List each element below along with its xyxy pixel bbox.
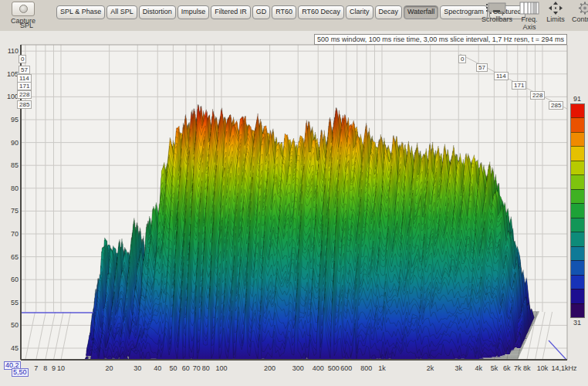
x-tick-100: 100 [215, 364, 227, 372]
freq-axis-min-readout[interactable]: 5,50 [12, 368, 29, 377]
x-tick-10k: 10k [537, 364, 549, 372]
scrollbars-icon [482, 2, 512, 15]
tool-freq-axis[interactable]: Freq. Axis [519, 2, 539, 31]
y-tick-60: 60 [11, 276, 19, 283]
gear-icon [572, 2, 588, 15]
colorbar-segment [571, 104, 584, 117]
x-tick-200: 200 [264, 364, 275, 372]
limits-icon [546, 2, 565, 15]
colorbar-segment [571, 146, 584, 160]
tab-all-spl[interactable]: All SPL [106, 5, 137, 19]
x-tick-5k: 5k [491, 364, 498, 372]
tab-decay[interactable]: Decay [375, 5, 403, 19]
colorbar-segment [571, 117, 584, 131]
x-tick-50: 50 [169, 364, 177, 372]
x-tick-9: 9 [52, 364, 56, 372]
colorbar-segment [571, 289, 584, 303]
colorbar-min-label: 31 [569, 319, 585, 327]
y-tick-75: 75 [11, 207, 19, 215]
colorbar-segment [571, 246, 584, 260]
colorbar-segment [571, 189, 584, 203]
x-tick-14,1kHz: 14,1kHz [551, 364, 577, 372]
tab-distortion[interactable]: Distortion [139, 5, 176, 19]
x-tick-1k: 1k [378, 364, 386, 372]
colorbar-segment [571, 275, 584, 289]
tab-waterfall[interactable]: Waterfall [404, 5, 438, 19]
tab-spl-phase[interactable]: SPL & Phase [56, 5, 105, 19]
x-tick-300: 300 [292, 364, 304, 372]
time-label-right-285: 285 [549, 101, 563, 110]
tool-label: Scrollbars [482, 15, 512, 23]
time-label-right-228: 228 [530, 91, 545, 100]
y-tick-70: 70 [11, 230, 19, 238]
tab-clarity[interactable]: Clarity [346, 5, 373, 19]
time-label-right-171: 171 [512, 81, 526, 90]
y-tick-80: 80 [11, 185, 19, 192]
tool-controls[interactable]: Controls [572, 2, 588, 31]
tab-gd[interactable]: GD [252, 5, 271, 19]
time-label-right-0: 0 [458, 55, 466, 63]
x-tick-8k: 8k [523, 364, 531, 372]
tab-impulse[interactable]: Impulse [177, 5, 210, 19]
y-tick-110: 110 [8, 47, 19, 55]
tool-label: Freq. Axis [519, 15, 539, 31]
colorbar-segment [571, 203, 584, 217]
tab-spectrogram[interactable]: Spectrogram [440, 5, 488, 19]
x-tick-7: 7 [34, 364, 38, 372]
x-tick-20: 20 [106, 364, 113, 372]
y-tick-85: 85 [11, 161, 19, 169]
time-label-right-114: 114 [494, 72, 509, 80]
x-tick-30: 30 [133, 364, 141, 372]
tool-limits[interactable]: Limits [546, 2, 565, 31]
x-tick-600: 600 [340, 364, 352, 372]
colorbar-segment [571, 303, 584, 317]
colorbar: 91 31 [569, 95, 585, 327]
y-tick-55: 55 [11, 299, 19, 306]
x-tick-80: 80 [202, 364, 210, 372]
colorbar-segment [571, 132, 584, 146]
colorbar-segment [571, 161, 584, 174]
colorbar-segment [571, 174, 584, 188]
colorbar-segment [571, 260, 584, 274]
x-tick-4k: 4k [475, 364, 482, 372]
x-tick-70: 70 [193, 364, 201, 372]
x-tick-10: 10 [57, 364, 65, 372]
graph-axis-label: SPL [20, 22, 33, 29]
y-tick-95: 95 [11, 116, 19, 124]
time-label-right-57: 57 [476, 63, 488, 72]
y-tick-90: 90 [11, 139, 19, 147]
camera-icon [12, 2, 35, 16]
colorbar-segment [571, 232, 584, 245]
top-toolbar: Capture SPL & PhaseAll SPLDistortionImpu… [0, 0, 588, 31]
time-label-left-285: 285 [17, 100, 32, 109]
time-label-left-0: 0 [19, 55, 26, 63]
tool-scrollbars[interactable]: Scrollbars [482, 2, 512, 31]
tab-filtered-ir[interactable]: Filtered IR [211, 5, 251, 19]
time-label-left-57: 57 [19, 66, 30, 74]
y-tick-50: 50 [11, 321, 19, 329]
colorbar-scale [570, 103, 585, 318]
x-tick-8: 8 [43, 364, 47, 372]
x-tick-7k: 7k [514, 364, 522, 372]
tool-label: Controls [572, 15, 588, 23]
x-tick-800: 800 [360, 364, 372, 372]
y-tick-65: 65 [11, 253, 19, 261]
tab-rt60[interactable]: RT60 [272, 5, 296, 19]
colorbar-segment [571, 218, 584, 232]
freq-axis-icon [519, 2, 539, 15]
x-tick-400: 400 [313, 364, 324, 372]
graph-tabs: SPL & PhaseAll SPLDistortionImpulseFilte… [56, 5, 525, 19]
waterfall-plot[interactable]: 7891020304050607080100200300400500600800… [0, 0, 588, 386]
x-tick-40: 40 [154, 364, 161, 372]
time-label-left-228: 228 [17, 90, 32, 99]
x-tick-3k: 3k [455, 364, 462, 372]
x-tick-2k: 2k [427, 364, 434, 372]
waterfall-settings-title: 500 ms window, 100 ms rise time, 3,00 ms… [314, 34, 567, 45]
x-tick-500: 500 [328, 364, 340, 372]
tab-rt60-decay[interactable]: RT60 Decay [298, 5, 344, 19]
toolbar-tools: ScrollbarsFreq. AxisLimitsControls [482, 2, 588, 31]
tool-label: Limits [546, 15, 565, 23]
x-tick-60: 60 [182, 364, 190, 372]
x-tick-6k: 6k [503, 364, 511, 372]
y-tick-45: 45 [11, 344, 19, 352]
